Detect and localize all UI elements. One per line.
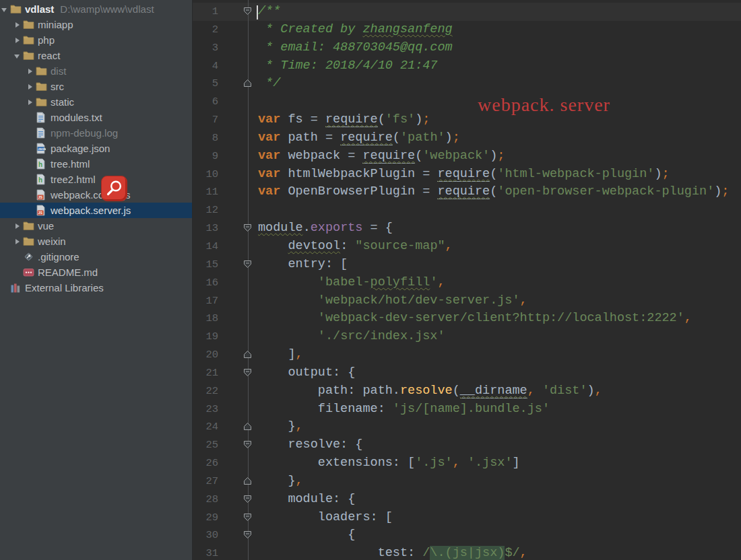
code-line[interactable]: 15 entry: [ — [193, 256, 741, 274]
tree-item-package-json[interactable]: JSONpackage.json — [0, 141, 192, 156]
code-line[interactable]: 16 'babel-polyfill', — [193, 274, 741, 292]
chevron-collapsed-icon[interactable] — [13, 234, 23, 249]
code-line[interactable]: 14 devtool: "source-map", — [193, 238, 741, 256]
project-tree-panel[interactable]: vdlastD:\wamp\www\vdlastminiappphpreactd… — [0, 0, 193, 560]
code-line[interactable]: 12 — [193, 201, 741, 219]
tree-item-static[interactable]: static — [0, 94, 192, 110]
fold-marker-start[interactable] — [243, 260, 253, 269]
jsonfile-icon: JSON — [36, 143, 49, 154]
code-line[interactable]: 9var webpack = require('webpack'); — [193, 147, 741, 166]
code-line[interactable]: 1/** — [193, 3, 741, 21]
svg-text:h: h — [38, 161, 42, 168]
chevron-expanded-icon[interactable] — [0, 1, 10, 17]
chevron-collapsed-icon[interactable] — [13, 17, 23, 32]
tree-item-weixin[interactable]: weixin — [0, 234, 192, 249]
tree-item-modules-txt[interactable]: modules.txt — [0, 110, 192, 125]
tree-item-npm-debug-log[interactable]: npm-debug.log — [0, 125, 192, 141]
chevron-collapsed-icon[interactable] — [13, 218, 23, 234]
fold-marker-end[interactable] — [243, 350, 253, 359]
code-token: resolve — [400, 384, 453, 398]
code-line[interactable]: 5 */ — [193, 75, 741, 93]
project-tree: vdlastD:\wamp\www\vdlastminiappphpreactd… — [0, 0, 192, 295]
tree-item-readme-md[interactable]: README.md — [0, 265, 192, 280]
line-number: 13 — [193, 219, 248, 238]
code-text: var path = require('path'); — [248, 129, 460, 147]
fold-marker-start[interactable] — [243, 223, 253, 233]
code-line[interactable]: 31 test: /\.(js|jsx)$/, — [193, 545, 741, 560]
tree-item-tree2-html[interactable]: htree2.html — [0, 172, 192, 187]
code-token: fs = — [280, 112, 325, 127]
fold-marker-start[interactable] — [243, 530, 253, 540]
svg-text:JS: JS — [38, 211, 43, 215]
tree-item-php[interactable]: php — [0, 32, 192, 48]
tree-item-webpack-config-js[interactable]: JSwebpack.config.js — [0, 187, 192, 203]
code-token: ( — [378, 112, 385, 127]
chevron-collapsed-icon[interactable] — [26, 79, 36, 94]
tree-item-gitignore[interactable]: .gitignore — [0, 249, 192, 265]
fold-marker-start[interactable] — [243, 513, 253, 522]
code-editor[interactable]: 1/**2 * Created by zhangsanfeng3 * email… — [193, 0, 741, 560]
tree-indent — [0, 195, 26, 195]
tree-item-vue[interactable]: vue — [0, 218, 192, 234]
code-line[interactable]: 22 path: path.resolve(__dirname, 'dist')… — [193, 382, 741, 400]
fold-marker-start[interactable] — [243, 440, 253, 450]
code-line[interactable]: 19 './src/index.jsx' — [193, 328, 741, 346]
tree-item-tree-html[interactable]: htree.html — [0, 156, 192, 172]
code-line[interactable]: 24 }, — [193, 418, 741, 436]
code-line[interactable]: 3 * email: 488703045@qq.com — [193, 39, 741, 57]
code-line[interactable]: 18 'webpack-dev-server/client?http://loc… — [193, 310, 741, 328]
code-text: }, — [248, 473, 303, 491]
code-token: require — [325, 112, 378, 127]
code-token: ) — [714, 184, 721, 199]
code-line[interactable]: 6 — [193, 93, 741, 111]
code-token: resolve: { — [258, 438, 362, 452]
tree-item-src[interactable]: src — [0, 79, 192, 94]
code-line[interactable]: 4 * Time: 2018/4/10 21:47 — [193, 57, 741, 75]
chevron-collapsed-icon[interactable] — [26, 63, 36, 79]
tree-indent — [0, 179, 26, 180]
code-text: 'webpack/hot/dev-server.js', — [248, 292, 527, 310]
chevron-collapsed-icon[interactable] — [26, 94, 36, 110]
chevron-expanded-icon[interactable] — [13, 48, 23, 63]
fold-marker-start[interactable] — [243, 368, 253, 378]
tree-item-vdlast[interactable]: vdlastD:\wamp\www\vdlast — [0, 1, 192, 17]
fold-marker-end[interactable] — [243, 79, 253, 88]
tree-item-webpack-server-js[interactable]: JSwebpack.server.js — [0, 203, 192, 218]
tree-item-label: php — [36, 32, 55, 48]
tree-item-miniapp[interactable]: miniapp — [0, 17, 192, 32]
code-line[interactable]: 11var OpenBrowserPlugin = require('open-… — [193, 183, 741, 201]
code-line[interactable]: 21 output: { — [193, 364, 741, 382]
fold-marker-start[interactable] — [243, 7, 253, 16]
code-line[interactable]: 7var fs = require('fs'); — [193, 111, 741, 129]
code-line[interactable]: 2 * Created by zhangsanfeng — [193, 21, 741, 39]
tree-item-dist[interactable]: dist — [0, 63, 192, 79]
chevron-collapsed-icon[interactable] — [13, 32, 23, 48]
fold-marker-end[interactable] — [243, 477, 253, 486]
line-number: 29 — [193, 509, 248, 527]
tree-item-external-libraries[interactable]: External Libraries — [0, 280, 192, 295]
code-line[interactable]: 8var path = require('path'); — [193, 129, 741, 147]
code-token: ( — [393, 131, 400, 145]
code-token: , — [527, 384, 535, 398]
tree-item-label: package.json — [49, 141, 110, 156]
code-line[interactable]: 20 ], — [193, 346, 741, 364]
tree-item-react[interactable]: react — [0, 48, 192, 63]
code-line[interactable]: 27 }, — [193, 473, 741, 491]
code-line[interactable]: 30 { — [193, 526, 741, 545]
fold-marker-start[interactable] — [243, 495, 253, 504]
code-line[interactable]: 25 resolve: { — [193, 436, 741, 454]
line-number: 20 — [193, 346, 248, 364]
code-token — [258, 239, 288, 253]
code-line[interactable]: 17 'webpack/hot/dev-server.js', — [193, 292, 741, 310]
code-line[interactable]: 28 module: { — [193, 491, 741, 509]
code-line[interactable]: 29 loaders: [ — [193, 509, 741, 527]
code-line[interactable]: 13module.exports = { — [193, 219, 741, 238]
code-line[interactable]: 10var htmlWebpackPlugin = require('html-… — [193, 166, 741, 184]
fold-marker-end[interactable] — [243, 422, 253, 431]
line-number: 2 — [193, 21, 248, 39]
code-text: test: /\.(js|jsx)$/, — [248, 545, 527, 560]
code-line[interactable]: 23 filename: 'js/[name].bundle.js' — [193, 400, 741, 419]
line-number: 8 — [193, 129, 248, 147]
code-line[interactable]: 26 extensions: ['.js', '.jsx'] — [193, 454, 741, 473]
arrow-spacer — [13, 249, 23, 265]
